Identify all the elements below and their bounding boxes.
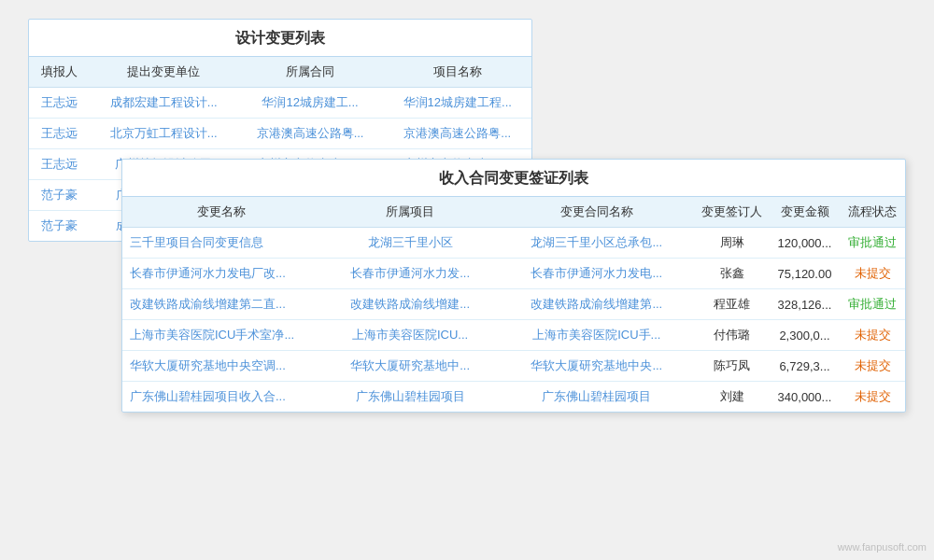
table-cell: 王志远 (29, 149, 91, 180)
table-row: 王志远北京万虹工程设计...京港澳高速公路粤...京港澳高速公路粤... (29, 119, 531, 149)
table-cell: 王志远 (29, 119, 91, 149)
signer-name: 刘建 (694, 382, 770, 413)
table-cell: 范子豪 (29, 211, 91, 242)
table-row: 改建铁路成渝线增建第二直...改建铁路成渝线增建...改建铁路成渝线增建第...… (122, 289, 905, 320)
table-cell: 范子豪 (29, 180, 91, 211)
change-name[interactable]: 三千里项目合同变更信息 (122, 228, 321, 259)
right-col-header: 所属项目 (321, 197, 500, 228)
table-row: 上海市美容医院ICU手术室净...上海市美容医院ICU...上海市美容医院ICU… (122, 320, 905, 351)
table-cell[interactable]: 京港澳高速公路粤... (383, 119, 531, 149)
right-col-header: 变更金额 (770, 197, 840, 228)
watermark: www.fanpusoft.com (838, 541, 927, 553)
table-cell[interactable]: 成都宏建工程设计... (91, 88, 237, 119)
change-name[interactable]: 长春市伊通河水力发电厂改... (122, 259, 321, 289)
change-amount: 75,120.00 (770, 259, 840, 289)
table-row: 长春市伊通河水力发电厂改...长春市伊通河水力发...长春市伊通河水力发电...… (122, 259, 905, 289)
table-row: 王志远成都宏建工程设计...华润12城房建工...华润12城房建工程... (29, 88, 531, 119)
contract-name[interactable]: 改建铁路成渝线增建第... (500, 289, 694, 320)
change-amount: 6,729,3... (770, 351, 840, 382)
left-col-header: 所属合同 (237, 57, 384, 88)
contract-name[interactable]: 龙湖三千里小区总承包... (500, 228, 694, 259)
left-col-header: 填报人 (29, 57, 91, 88)
change-name[interactable]: 广东佛山碧桂园项目收入合... (122, 382, 321, 413)
right-col-header: 变更签订人 (694, 197, 770, 228)
design-change-title: 设计变更列表 (29, 20, 531, 57)
status-badge: 审批通过 (840, 228, 905, 259)
left-col-header: 项目名称 (383, 57, 531, 88)
left-col-header: 提出变更单位 (91, 57, 237, 88)
right-col-header: 变更名称 (122, 197, 321, 228)
project-name[interactable]: 改建铁路成渝线增建... (321, 289, 500, 320)
contract-change-panel: 收入合同变更签证列表 变更名称所属项目变更合同名称变更签订人变更金额流程状态 三… (121, 159, 906, 413)
contract-change-table: 变更名称所属项目变更合同名称变更签订人变更金额流程状态 三千里项目合同变更信息龙… (122, 197, 905, 412)
status-badge: 未提交 (840, 259, 905, 289)
signer-name: 张鑫 (694, 259, 770, 289)
status-badge: 未提交 (840, 320, 905, 351)
table-cell[interactable]: 华润12城房建工程... (383, 88, 531, 119)
table-cell[interactable]: 北京万虹工程设计... (91, 119, 237, 149)
right-col-header: 变更合同名称 (500, 197, 694, 228)
contract-name[interactable]: 上海市美容医院ICU手... (500, 320, 694, 351)
table-row: 广东佛山碧桂园项目收入合...广东佛山碧桂园项目广东佛山碧桂园项目刘建340,0… (122, 382, 905, 413)
contract-name[interactable]: 广东佛山碧桂园项目 (500, 382, 694, 413)
table-cell: 王志远 (29, 88, 91, 119)
signer-name: 付伟璐 (694, 320, 770, 351)
change-amount: 328,126... (770, 289, 840, 320)
contract-name[interactable]: 华软大厦研究基地中央... (500, 351, 694, 382)
status-badge: 未提交 (840, 382, 905, 413)
change-name[interactable]: 上海市美容医院ICU手术室净... (122, 320, 321, 351)
table-cell[interactable]: 华润12城房建工... (237, 88, 384, 119)
status-badge: 未提交 (840, 351, 905, 382)
contract-change-title: 收入合同变更签证列表 (122, 160, 905, 197)
project-name[interactable]: 广东佛山碧桂园项目 (321, 382, 500, 413)
change-amount: 340,000... (770, 382, 840, 413)
project-name[interactable]: 华软大厦研究基地中... (321, 351, 500, 382)
signer-name: 程亚雄 (694, 289, 770, 320)
change-amount: 120,000... (770, 228, 840, 259)
project-name[interactable]: 龙湖三千里小区 (321, 228, 500, 259)
change-name[interactable]: 改建铁路成渝线增建第二直... (122, 289, 321, 320)
change-name[interactable]: 华软大厦研究基地中央空调... (122, 351, 321, 382)
right-col-header: 流程状态 (840, 197, 905, 228)
project-name[interactable]: 长春市伊通河水力发... (321, 259, 500, 289)
contract-name[interactable]: 长春市伊通河水力发电... (500, 259, 694, 289)
table-row: 三千里项目合同变更信息龙湖三千里小区龙湖三千里小区总承包...周琳120,000… (122, 228, 905, 259)
table-row: 华软大厦研究基地中央空调...华软大厦研究基地中...华软大厦研究基地中央...… (122, 351, 905, 382)
project-name[interactable]: 上海市美容医院ICU... (321, 320, 500, 351)
change-amount: 2,300,0... (770, 320, 840, 351)
signer-name: 周琳 (694, 228, 770, 259)
table-cell[interactable]: 京港澳高速公路粤... (237, 119, 384, 149)
signer-name: 陈巧凤 (694, 351, 770, 382)
status-badge: 审批通过 (840, 289, 905, 320)
